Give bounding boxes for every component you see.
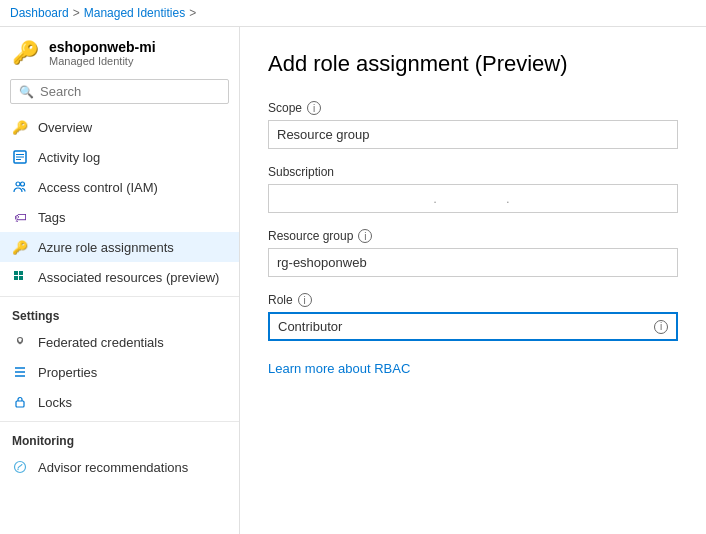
federated-creds-icon bbox=[12, 334, 28, 350]
settings-section-label: Settings bbox=[0, 296, 239, 327]
sidebar-item-associated-resources-label: Associated resources (preview) bbox=[38, 270, 219, 285]
advisor-icon bbox=[12, 459, 28, 475]
sidebar-item-access-control-label: Access control (IAM) bbox=[38, 180, 158, 195]
contributor-info-icon[interactable]: i bbox=[654, 320, 668, 334]
svg-point-5 bbox=[21, 182, 25, 186]
search-icon: 🔍 bbox=[19, 85, 34, 99]
scope-info-icon[interactable]: i bbox=[307, 101, 321, 115]
subscription-group: Subscription . . bbox=[268, 165, 678, 213]
content-area: Add role assignment (Preview) Scope i Su… bbox=[240, 27, 706, 534]
sidebar-item-advisor-recommendations[interactable]: Advisor recommendations bbox=[0, 452, 239, 482]
associated-resources-icon bbox=[12, 269, 28, 285]
role-info-icon[interactable]: i bbox=[298, 293, 312, 307]
svg-rect-7 bbox=[19, 271, 23, 275]
sidebar-item-associated-resources[interactable]: Associated resources (preview) bbox=[0, 262, 239, 292]
activity-log-icon bbox=[12, 149, 28, 165]
monitoring-section-label: Monitoring bbox=[0, 421, 239, 452]
sidebar-item-overview-label: Overview bbox=[38, 120, 92, 135]
page-title: Add role assignment (Preview) bbox=[268, 51, 678, 77]
azure-role-icon: 🔑 bbox=[12, 239, 28, 255]
breadcrumb: Dashboard > Managed Identities > bbox=[0, 0, 706, 27]
resource-group-group: Resource group i bbox=[268, 229, 678, 277]
sidebar-header: 🔑 eshoponweb-mi Managed Identity bbox=[0, 27, 239, 75]
sidebar-item-azure-role-label: Azure role assignments bbox=[38, 240, 174, 255]
svg-rect-9 bbox=[19, 276, 23, 280]
properties-icon bbox=[12, 364, 28, 380]
breadcrumb-dashboard[interactable]: Dashboard bbox=[10, 6, 69, 20]
role-group: Role i Contributor i bbox=[268, 293, 678, 341]
sidebar-item-locks[interactable]: Locks bbox=[0, 387, 239, 417]
svg-rect-8 bbox=[14, 276, 18, 280]
resource-name: eshoponweb-mi bbox=[49, 39, 156, 55]
resource-type: Managed Identity bbox=[49, 55, 156, 67]
overview-icon: 🔑 bbox=[12, 119, 28, 135]
access-control-icon bbox=[12, 179, 28, 195]
sidebar-item-properties-label: Properties bbox=[38, 365, 97, 380]
scope-group: Scope i bbox=[268, 101, 678, 149]
sidebar-item-activity-log-label: Activity log bbox=[38, 150, 100, 165]
svg-point-16 bbox=[17, 469, 18, 470]
svg-point-15 bbox=[15, 462, 26, 473]
sidebar-item-locks-label: Locks bbox=[38, 395, 72, 410]
search-input[interactable] bbox=[40, 84, 220, 99]
search-box[interactable]: 🔍 bbox=[10, 79, 229, 104]
sidebar-item-overview[interactable]: 🔑 Overview bbox=[0, 112, 239, 142]
subscription-label: Subscription bbox=[268, 165, 678, 179]
sidebar-item-federated-credentials[interactable]: Federated credentials bbox=[0, 327, 239, 357]
sidebar-item-activity-log[interactable]: Activity log bbox=[0, 142, 239, 172]
sidebar-title-group: eshoponweb-mi Managed Identity bbox=[49, 39, 156, 67]
scope-input[interactable] bbox=[268, 120, 678, 149]
role-value: Contributor bbox=[278, 319, 648, 334]
role-label: Role i bbox=[268, 293, 678, 307]
sidebar-item-advisor-label: Advisor recommendations bbox=[38, 460, 188, 475]
sidebar-item-properties[interactable]: Properties bbox=[0, 357, 239, 387]
sidebar-item-access-control[interactable]: Access control (IAM) bbox=[0, 172, 239, 202]
managed-identity-icon: 🔑 bbox=[12, 40, 39, 66]
locks-icon bbox=[12, 394, 28, 410]
svg-rect-14 bbox=[16, 401, 24, 407]
sidebar-item-azure-role-assignments[interactable]: 🔑 Azure role assignments bbox=[0, 232, 239, 262]
sidebar-item-federated-credentials-label: Federated credentials bbox=[38, 335, 164, 350]
role-input-container[interactable]: Contributor i bbox=[268, 312, 678, 341]
subscription-input[interactable]: . . bbox=[268, 184, 678, 213]
sidebar: 🔑 eshoponweb-mi Managed Identity 🔍 🔑 Ove… bbox=[0, 27, 240, 534]
breadcrumb-managed-identities[interactable]: Managed Identities bbox=[84, 6, 185, 20]
svg-point-4 bbox=[16, 182, 20, 186]
svg-rect-6 bbox=[14, 271, 18, 275]
resource-group-input[interactable] bbox=[268, 248, 678, 277]
breadcrumb-sep1: > bbox=[73, 6, 80, 20]
learn-more-rbac-link[interactable]: Learn more about RBAC bbox=[268, 361, 410, 376]
breadcrumb-sep2: > bbox=[189, 6, 196, 20]
sidebar-item-tags[interactable]: 🏷 Tags bbox=[0, 202, 239, 232]
tags-icon: 🏷 bbox=[12, 209, 28, 225]
resource-group-label: Resource group i bbox=[268, 229, 678, 243]
scope-label: Scope i bbox=[268, 101, 678, 115]
sidebar-item-tags-label: Tags bbox=[38, 210, 65, 225]
resource-group-info-icon[interactable]: i bbox=[358, 229, 372, 243]
